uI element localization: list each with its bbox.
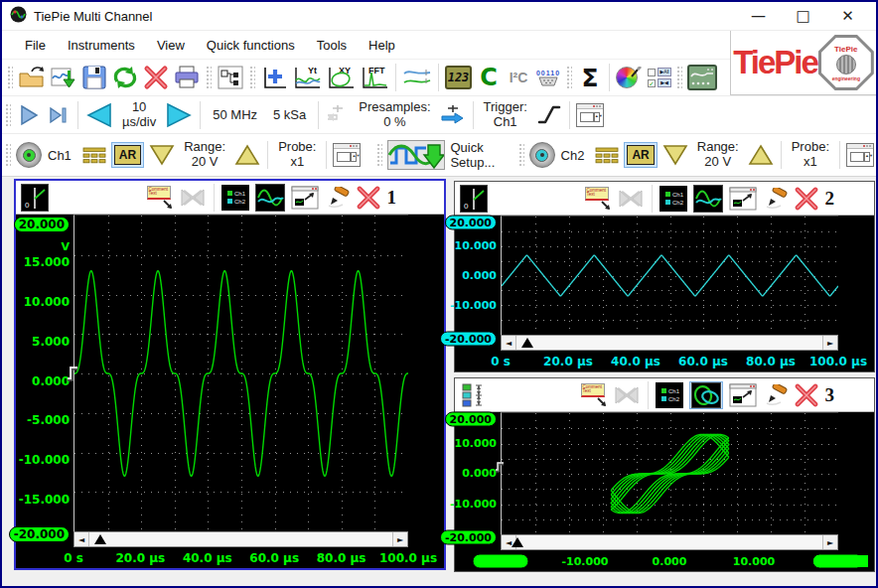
- scroll-right-icon[interactable]: ►: [392, 532, 407, 546]
- toolbar-grip[interactable]: [5, 103, 11, 127]
- timebase-decrease-button[interactable]: [82, 99, 116, 131]
- scroll-right-icon[interactable]: ►: [822, 535, 837, 549]
- add-comment-icon[interactable]: Comment Text: [147, 186, 173, 210]
- axis-origin-icon[interactable]: 0: [21, 184, 49, 212]
- save-icon[interactable]: [79, 62, 109, 93]
- add-comment-icon[interactable]: Comment Text: [585, 187, 611, 211]
- sources-legend-icon[interactable]: Ch1Ch2: [656, 382, 683, 408]
- ch2-range-decrease-button[interactable]: [659, 139, 691, 171]
- open-in-window-icon[interactable]: [291, 184, 319, 212]
- graph3-x-axis[interactable]: -20.000 -10.000 0.000 10.000 20.000: [455, 550, 874, 571]
- cursors-icon[interactable]: [400, 62, 434, 93]
- ch2-autorange-button[interactable]: AR: [622, 139, 658, 171]
- trigger-position-marker[interactable]: [521, 338, 533, 348]
- axis-origin-icon[interactable]: 0: [460, 185, 488, 213]
- add-comment-icon[interactable]: Comment Text: [581, 383, 607, 407]
- ch1-coupling-icon[interactable]: [79, 139, 109, 171]
- graph1-h-scrollbar[interactable]: ◄ ►: [73, 531, 408, 547]
- ch2-bnc-icon[interactable]: [527, 139, 557, 171]
- graph1-x-axis[interactable]: 0 s 20.0 µs 40.0 µs 60.0 µs 80.0 µs 100.…: [16, 547, 444, 568]
- trigger-level-icon[interactable]: [66, 365, 78, 387]
- ch1-range-decrease-button[interactable]: [146, 139, 178, 171]
- menu-instruments[interactable]: Instruments: [57, 33, 146, 58]
- ch2-coupling-icon[interactable]: [592, 139, 622, 171]
- sources-legend-icon[interactable]: Ch1Ch2: [659, 186, 687, 212]
- timebase-increase-button[interactable]: [162, 99, 196, 131]
- ch1-bnc-icon[interactable]: [14, 139, 44, 171]
- sources-legend-icon[interactable]: Ch1Ch2: [221, 185, 249, 211]
- minimize-button[interactable]: —: [736, 3, 781, 29]
- xy-graph-icon[interactable]: XY: [324, 62, 358, 93]
- serial-decoder-icon[interactable]: 00110: [533, 62, 563, 93]
- scroll-left-icon[interactable]: ◄: [74, 532, 89, 546]
- open-in-window-icon[interactable]: [729, 381, 757, 409]
- toolbar-grip[interactable]: [7, 66, 13, 89]
- menu-file[interactable]: File: [14, 33, 57, 58]
- start-button[interactable]: [14, 99, 44, 131]
- graph3-plot[interactable]: [501, 412, 838, 534]
- graph3-h-scrollbar[interactable]: ◄ ►: [501, 534, 838, 550]
- graph2-y-axis[interactable]: 20.000 10.000 0.000 -10.000 -20.000: [455, 216, 501, 351]
- close-button[interactable]: ✕: [825, 3, 870, 29]
- print-icon[interactable]: [171, 62, 203, 93]
- delete-icon[interactable]: [141, 62, 171, 93]
- scroll-thumb[interactable]: [516, 336, 822, 350]
- sum-icon[interactable]: Σ: [575, 62, 605, 93]
- menu-view[interactable]: View: [146, 33, 196, 58]
- presamples-increase-button[interactable]: [437, 99, 469, 131]
- yt-graph-icon[interactable]: Yt: [290, 62, 324, 93]
- open-in-window-icon[interactable]: [729, 185, 757, 213]
- graph3-y-axis[interactable]: 20.000 10.000 0.000 -10.000 -20.000: [455, 412, 501, 550]
- numeric-values-icon[interactable]: 123: [443, 62, 474, 93]
- save-measurement-icon[interactable]: [48, 62, 79, 93]
- instrument-icon[interactable]: [685, 62, 719, 93]
- scroll-thumb[interactable]: [89, 532, 392, 546]
- toolbar-grip[interactable]: [566, 66, 572, 89]
- scroll-right-icon[interactable]: ►: [822, 336, 837, 350]
- menu-quick-functions[interactable]: Quick functions: [196, 33, 306, 58]
- settings-options-icon[interactable]: ▶A‖✓▶◀: [644, 62, 673, 93]
- ch1-autorange-button[interactable]: AR: [109, 139, 146, 171]
- scroll-thumb[interactable]: [516, 535, 822, 549]
- trigger-level-icon[interactable]: [495, 460, 505, 478]
- toolbar-grip[interactable]: [206, 66, 212, 89]
- trigger-position-marker[interactable]: [94, 534, 106, 544]
- i2c-icon[interactable]: I²C: [504, 62, 533, 93]
- yt-mode-icon[interactable]: [693, 185, 723, 213]
- xy-mode-icon[interactable]: [689, 381, 723, 409]
- scroll-left-icon[interactable]: ◄: [502, 336, 516, 350]
- oneshot-button[interactable]: [44, 99, 73, 131]
- ch1-settings-button[interactable]: ▲▼: [331, 139, 363, 171]
- paintbrush-icon[interactable]: [763, 381, 789, 409]
- close-graph-icon[interactable]: [795, 185, 818, 213]
- menu-tools[interactable]: Tools: [306, 33, 358, 58]
- ch1-range-increase-button[interactable]: [231, 139, 263, 171]
- color-scheme-icon[interactable]: [614, 62, 644, 93]
- toolbar-grip[interactable]: [5, 143, 11, 167]
- refresh-icon[interactable]: [109, 62, 141, 93]
- gauge-icon[interactable]: C: [474, 62, 504, 93]
- toolbar-grip[interactable]: [676, 66, 682, 89]
- object-tree-icon[interactable]: [215, 62, 246, 93]
- presamples-decrease-button[interactable]: [323, 99, 353, 131]
- menu-help[interactable]: Help: [358, 33, 406, 58]
- quick-setup-label[interactable]: Quick Setup...: [447, 140, 508, 170]
- paintbrush-icon[interactable]: [763, 185, 789, 213]
- sources-list-icon[interactable]: [460, 381, 494, 409]
- yt-mode-icon[interactable]: [255, 184, 285, 212]
- trigger-edge-icon[interactable]: [533, 99, 565, 131]
- trigger-settings-button[interactable]: ▲▼: [574, 99, 606, 131]
- ch2-range-increase-button[interactable]: [745, 139, 777, 171]
- quick-setup-button[interactable]: [385, 139, 447, 171]
- graph1-plot[interactable]: [73, 215, 408, 531]
- ch2-settings-button[interactable]: ▲▼: [844, 139, 876, 171]
- trigger-position-marker[interactable]: [512, 537, 523, 547]
- toolbar-grip[interactable]: [518, 143, 524, 167]
- graph2-x-axis[interactable]: 0 s 20.0 µs 40.0 µs 60.0 µs 80.0 µs 100.…: [455, 351, 874, 371]
- graph2-plot[interactable]: [501, 216, 838, 335]
- close-graph-icon[interactable]: [795, 381, 818, 409]
- add-graph-icon[interactable]: [258, 62, 290, 93]
- toolbar-grip[interactable]: [376, 143, 382, 167]
- close-graph-icon[interactable]: [357, 184, 380, 212]
- open-icon[interactable]: [16, 62, 48, 93]
